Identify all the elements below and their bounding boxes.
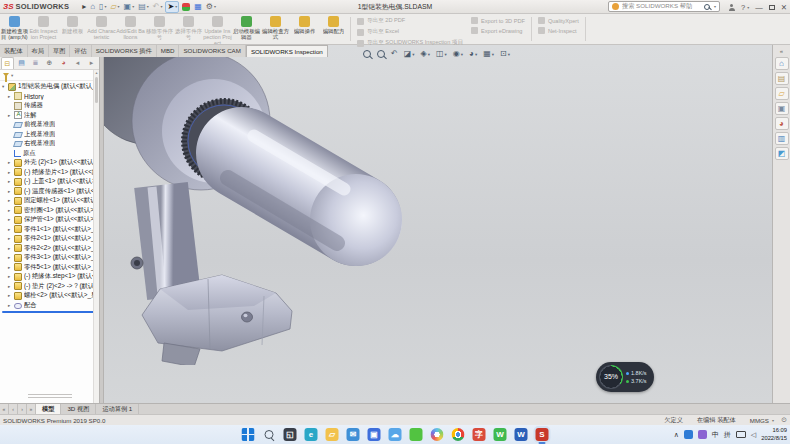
search-icon[interactable]	[263, 428, 276, 441]
display-tray-icon[interactable]	[736, 431, 746, 438]
export-excel-button[interactable]: 导出至 Excel	[357, 28, 463, 36]
featuremanager-tab[interactable]: ⊟	[1, 57, 14, 69]
tree-item-top-plane[interactable]: 上视基准面	[0, 130, 99, 140]
save-icon[interactable]: ▣ ▾	[123, 1, 136, 13]
export-edrawing-button[interactable]: Export eDrawing	[471, 27, 525, 34]
forum-icon[interactable]: ◩	[775, 147, 789, 160]
tab-cam[interactable]: SOLIDWORKS CAM	[179, 45, 245, 57]
qualityxpert-button[interactable]: QualityXpert	[538, 17, 579, 24]
scrollbar-thumb[interactable]	[95, 77, 98, 103]
rollback-bar[interactable]	[2, 311, 96, 313]
undo-icon[interactable]: ↶ ▾	[152, 1, 164, 13]
microsoft-store-icon[interactable]: ▣	[368, 428, 381, 441]
tree-item-part3[interactable]: ▸ 零件3<1> (默认<<默认>_显示状态	[0, 253, 99, 263]
tab-evaluate[interactable]: 评估	[70, 45, 91, 57]
tree-item-part1[interactable]: ▸ 零件1<1> (默认<<默认>_显示状态	[0, 225, 99, 235]
tree-item-shell[interactable]: ▸ 外壳 (2)<1> (默认<<默认>_显示状	[0, 158, 99, 168]
tree-item-protection-tube[interactable]: ▸ 保护管<1> (默认<<默认>_显示状	[0, 215, 99, 225]
model-set-screw[interactable]	[131, 257, 143, 269]
rebuild-icon[interactable]	[181, 1, 191, 13]
panel-tab-scroll-right[interactable]: ▸	[85, 57, 98, 69]
file-explorer-icon[interactable]: ▱	[775, 87, 789, 100]
sign-in-icon[interactable]	[728, 4, 735, 11]
tree-item-history[interactable]: ▸ History	[0, 92, 99, 102]
word-icon[interactable]: W	[515, 428, 528, 441]
tab-inspection[interactable]: SOLIDWORKS Inspection	[246, 45, 328, 57]
help-search-box[interactable]: 搜索 SOLIDWORKS 帮助 ▾	[608, 1, 720, 12]
custom-properties-icon[interactable]: ▥	[775, 132, 789, 145]
edge-browser-icon[interactable]: e	[305, 428, 318, 441]
tree-item-seal-ring[interactable]: ▸ 密封圈<1> (默认<<默认>_显示状	[0, 206, 99, 216]
edit-inspection-method-button[interactable]: 编辑检查方式	[261, 14, 290, 44]
update-inspection-project-button[interactable]: Update Inspection Project	[203, 14, 232, 44]
model-tab[interactable]: 模型	[36, 404, 61, 414]
home-icon[interactable]: ⌂	[89, 1, 96, 13]
chrome-icon[interactable]	[452, 428, 465, 441]
model-lower-cylinder[interactable]	[152, 185, 174, 297]
mail-icon[interactable]: ✉	[347, 428, 360, 441]
panel-resize-grip[interactable]	[28, 394, 72, 400]
search-icon[interactable]	[704, 4, 710, 10]
panel-splitter[interactable]	[100, 57, 104, 403]
cloud-drive-icon[interactable]: ☁	[389, 428, 402, 441]
tab-mbd[interactable]: MBD	[157, 45, 180, 57]
tree-scrollbar[interactable]: ▴	[93, 70, 99, 403]
open-file-icon[interactable]: ▱ ▾	[109, 1, 120, 13]
close-icon[interactable]: ✕	[781, 3, 787, 12]
motion-study-tab[interactable]: 运动算例 1	[96, 404, 139, 414]
file-properties-icon[interactable]: ▦	[193, 1, 203, 13]
export-2d-pdf-button[interactable]: 导出至 2D PDF	[357, 17, 463, 25]
appearances-icon[interactable]: ◕	[775, 117, 789, 130]
tree-filter-bar[interactable]: ▾	[0, 70, 99, 81]
edit-inspection-project-button[interactable]: Edit Inspection Project	[29, 14, 58, 44]
previous-view-icon[interactable]: ↶	[390, 48, 399, 60]
zoom-fit-icon[interactable]	[362, 48, 372, 60]
tab-layout[interactable]: 布局	[28, 45, 49, 57]
browser-360-icon[interactable]	[431, 428, 444, 441]
tree-root-assembly[interactable]: ▾ 1型铠装热电偶 (默认<默认_显示状态-1	[0, 82, 99, 92]
tree-item-origin[interactable]: 原点	[0, 149, 99, 159]
status-tag-icon[interactable]: ⊙	[781, 416, 787, 424]
ime-language-indicator[interactable]: 中	[712, 427, 719, 442]
tree-item-sensor-folder[interactable]: 传感器	[0, 101, 99, 111]
network-speed-overlay[interactable]: 35% 1.8K/s 3.7K/s	[596, 362, 654, 392]
tree-item-front-plane[interactable]: 前视基准面	[0, 120, 99, 130]
edit-appearance-icon[interactable]: ◕ ▾	[468, 48, 478, 60]
new-template-button[interactable]: 新建模板	[58, 14, 87, 44]
export-inspection-project-button[interactable]: 导出至 SOLIDWORKS Inspection 项目	[357, 39, 463, 47]
new-inspection-project-button[interactable]: 新建检查项目 (amp;N)	[0, 14, 29, 44]
file-explorer-taskbar-icon[interactable]: ▱	[326, 428, 339, 441]
net-inspect-button[interactable]: Net-Inspect	[538, 27, 579, 34]
wps-office-icon[interactable]: W	[494, 428, 507, 441]
task-pane-collapse-icon[interactable]: «	[780, 47, 783, 55]
model-tab-scroll-prev[interactable]: ‹	[9, 404, 18, 414]
display-style-icon[interactable]: ◫ ▾	[435, 48, 448, 60]
restore-icon[interactable]	[769, 5, 775, 10]
edit-recipe-button[interactable]: 编辑配方	[319, 14, 348, 44]
volume-tray-icon[interactable]: ◁	[751, 431, 756, 439]
tree-item-fixing-bolt[interactable]: ▸ 固定螺栓<1> (默认<<默认>_显示	[0, 196, 99, 206]
tree-item-bolt2[interactable]: ▸ 螺栓<2> (默认<<默认>_显示状态	[0, 291, 99, 301]
minimize-icon[interactable]: —	[755, 3, 763, 12]
start-icon[interactable]	[242, 428, 255, 441]
launch-template-editor-button[interactable]: 启动模板编辑器	[232, 14, 261, 44]
export-3d-pdf-button[interactable]: Export to 3D PDF	[471, 17, 525, 24]
design-library-icon[interactable]: ▤	[775, 72, 789, 85]
tree-item-mates[interactable]: ▸ 配合	[0, 301, 99, 311]
model-tab-scroll-next[interactable]: ›	[18, 404, 27, 414]
tree-item-part2-1[interactable]: ▸ 零件2<1> (默认<<默认>_显示状态	[0, 234, 99, 244]
menu-expand-icon[interactable]: ▸	[81, 1, 87, 13]
tab-sketch[interactable]: 草图	[49, 45, 70, 57]
tree-item-right-plane[interactable]: 右视基准面	[0, 139, 99, 149]
sw-resources-icon[interactable]: ⌂	[775, 57, 789, 70]
add-characteristic-button[interactable]: Add Characteristic	[87, 14, 116, 44]
zoom-area-icon[interactable]	[376, 48, 386, 60]
graphics-viewport[interactable]: ↶ ◪ ▾ ◈ ▾ ◫ ▾ ◉ ▾ ◕ ▾ ▦	[0, 45, 790, 403]
3d-views-tab[interactable]: 3D 视图	[61, 404, 96, 414]
stack-app-icon[interactable]: ◱	[284, 428, 297, 441]
edit-operation-button[interactable]: 编辑操作	[290, 14, 319, 44]
solidworks-taskbar-icon[interactable]: S	[536, 428, 549, 441]
select-icon[interactable]: ➤ ▾	[165, 1, 179, 13]
model-tab-scroll-first[interactable]: «	[0, 404, 9, 414]
tray-expand-icon[interactable]: ∧	[674, 427, 679, 442]
